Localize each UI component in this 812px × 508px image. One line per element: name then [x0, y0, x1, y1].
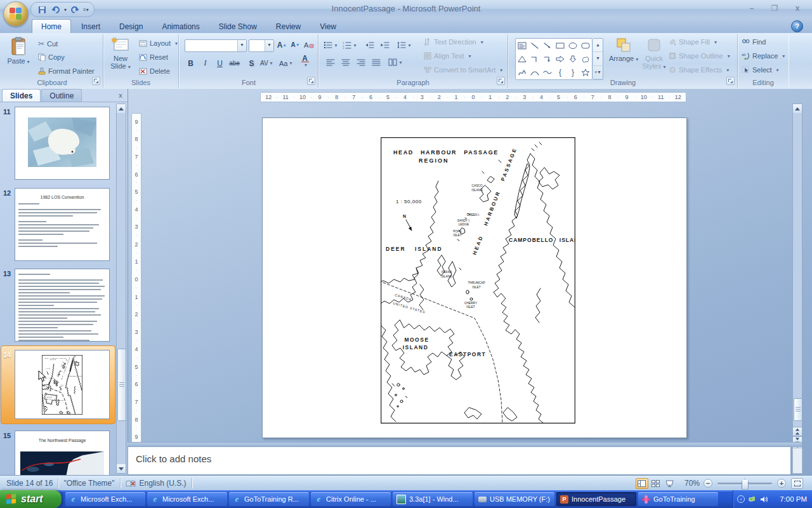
cut-button[interactable]: ✂ Cut	[38, 39, 58, 48]
format-painter-button[interactable]: Format Painter	[38, 67, 95, 75]
zoom-out-button[interactable]: −	[704, 479, 712, 488]
align-center-button[interactable]	[339, 56, 353, 69]
tab-animations[interactable]: Animations	[153, 20, 208, 33]
line-spacing-button[interactable]	[397, 39, 411, 51]
shape-textbox-icon[interactable]	[516, 39, 528, 52]
tab-review[interactable]: Review	[267, 20, 310, 33]
volume-icon[interactable]	[759, 495, 768, 504]
zoom-slider[interactable]	[717, 483, 772, 485]
taskbar-button-0[interactable]: eMicrosoft Exch...	[65, 492, 145, 506]
slide-thumbnail-13[interactable]: 13	[0, 269, 115, 342]
taskbar-button-7[interactable]: GoToTraining	[638, 492, 718, 506]
language-indicator[interactable]: English (U.S.)	[140, 479, 187, 488]
shapes-gallery-scroll[interactable]: ▲ ▼ ≡▼	[593, 38, 603, 80]
columns-button[interactable]	[388, 56, 402, 69]
copy-button[interactable]: Copy	[38, 53, 65, 61]
shape-rounded-rect-icon[interactable]	[579, 39, 592, 52]
main-scrollbar[interactable]	[792, 104, 802, 451]
quick-styles-button[interactable]: Quick Styles	[639, 37, 669, 71]
taskbar-button-3[interactable]: eCitrix Online - ...	[311, 492, 391, 506]
tab-home[interactable]: Home	[32, 19, 71, 33]
slide-map-image[interactable]	[381, 137, 575, 424]
grow-font-button[interactable]: A▲	[276, 39, 288, 51]
shapes-scroll-up-icon[interactable]: ▲	[593, 39, 603, 52]
taskbar-button-2[interactable]: eGoToTraining R...	[229, 492, 309, 506]
font-name-combo[interactable]: ▼	[185, 39, 247, 52]
panel-close-icon[interactable]: x	[116, 91, 125, 99]
increase-indent-button[interactable]	[378, 39, 392, 51]
undo-dropdown-icon[interactable]: ▾	[64, 7, 67, 13]
shape-left-brace-icon[interactable]: {	[554, 66, 566, 79]
undo-icon[interactable]	[50, 4, 62, 15]
shape-star-icon[interactable]	[579, 66, 592, 79]
tab-insert[interactable]: Insert	[72, 20, 109, 33]
shape-scribble-icon[interactable]	[516, 66, 528, 79]
shapes-more-icon[interactable]: ≡▼	[593, 66, 603, 79]
bold-button[interactable]: B	[185, 57, 197, 69]
taskbar-button-5[interactable]: USB MEMORY (F:)	[475, 492, 554, 506]
replace-button[interactable]: abac Replace	[742, 52, 785, 60]
shape-oval-icon[interactable]	[566, 39, 579, 52]
shrink-font-button[interactable]: A▼	[289, 39, 301, 51]
zoom-slider-thumb[interactable]	[742, 479, 749, 490]
italic-button[interactable]: I	[199, 57, 211, 69]
panel-scroll-thumb[interactable]	[117, 349, 126, 421]
fit-to-window-button[interactable]	[791, 478, 803, 489]
shape-wave-icon[interactable]	[541, 66, 554, 79]
shape-arrow-icon[interactable]	[541, 39, 554, 52]
convert-smartart-button[interactable]: Convert to SmartArt	[424, 66, 502, 74]
shape-elbow-icon[interactable]	[528, 52, 541, 65]
clipboard-dialog-launcher[interactable]	[92, 77, 100, 85]
hide-icons-chevron-icon[interactable]: ‹	[737, 495, 745, 503]
zoom-in-button[interactable]: +	[777, 479, 786, 488]
tab-outline[interactable]: Outline	[41, 89, 82, 102]
panel-scroll-down-icon[interactable]	[117, 464, 126, 473]
redo-icon[interactable]	[69, 4, 81, 15]
strikethrough-button[interactable]: abe	[228, 57, 240, 69]
notes-placeholder[interactable]: Click to add notes	[136, 453, 790, 464]
font-size-dropdown-icon[interactable]: ▼	[265, 40, 273, 51]
clear-formatting-button[interactable]: A	[303, 39, 315, 51]
paragraph-dialog-launcher[interactable]	[497, 77, 505, 85]
notes-scrollbar[interactable]	[792, 448, 802, 474]
tab-view[interactable]: View	[311, 20, 345, 33]
taskbar-clock[interactable]: 7:00 PM	[780, 495, 807, 503]
font-name-dropdown-icon[interactable]: ▼	[237, 40, 246, 51]
reset-button[interactable]: Reset	[139, 53, 168, 61]
close-button[interactable]: x	[789, 4, 806, 14]
tab-slides[interactable]: Slides	[2, 89, 41, 102]
slide-thumbnail-12[interactable]: 12 1982 LOS Convention	[0, 188, 115, 261]
shape-effects-button[interactable]: Shape Effects	[669, 66, 729, 74]
font-color-button[interactable]: A	[299, 56, 311, 68]
help-icon[interactable]: ?	[791, 20, 803, 32]
paste-button[interactable]: Paste	[4, 37, 33, 66]
select-button[interactable]: Select	[742, 66, 779, 74]
office-button[interactable]	[3, 1, 29, 27]
scroll-thumb[interactable]	[794, 398, 802, 421]
spellcheck-icon[interactable]	[126, 479, 136, 488]
shape-right-brace-icon[interactable]: }	[566, 66, 579, 79]
taskbar-button-4[interactable]: 3.3a[1] - Wind...	[393, 492, 473, 506]
shapes-scroll-down-icon[interactable]: ▼	[593, 52, 603, 65]
restore-button[interactable]: ❐	[766, 4, 783, 14]
font-size-combo[interactable]: ▼	[249, 39, 274, 52]
tab-design[interactable]: Design	[110, 20, 152, 33]
text-shadow-button[interactable]: S	[246, 57, 258, 69]
drawing-dialog-launcher[interactable]	[726, 77, 735, 85]
text-direction-button[interactable]: Text Direction	[424, 38, 483, 46]
align-right-button[interactable]	[354, 56, 368, 69]
justify-button[interactable]	[369, 56, 383, 69]
align-text-button[interactable]: Align Text	[424, 52, 471, 60]
shape-freeform-icon[interactable]	[579, 52, 592, 65]
change-case-button[interactable]: Aa	[279, 57, 292, 69]
normal-view-button[interactable]	[636, 478, 648, 489]
notes-pane[interactable]: Click to add notes	[128, 446, 791, 475]
qat-customize-icon[interactable]: ≡▾	[83, 7, 89, 13]
delete-slide-button[interactable]: Delete	[139, 67, 170, 75]
slide-thumbnail-14[interactable]: 14	[0, 350, 115, 419]
start-button[interactable]: start	[0, 490, 62, 508]
bullets-button[interactable]	[324, 39, 337, 51]
shape-elbow-arrow-icon[interactable]	[541, 52, 554, 65]
panel-scroll-up-icon[interactable]	[117, 104, 126, 113]
shape-outline-button[interactable]: Shape Outline	[669, 52, 730, 60]
